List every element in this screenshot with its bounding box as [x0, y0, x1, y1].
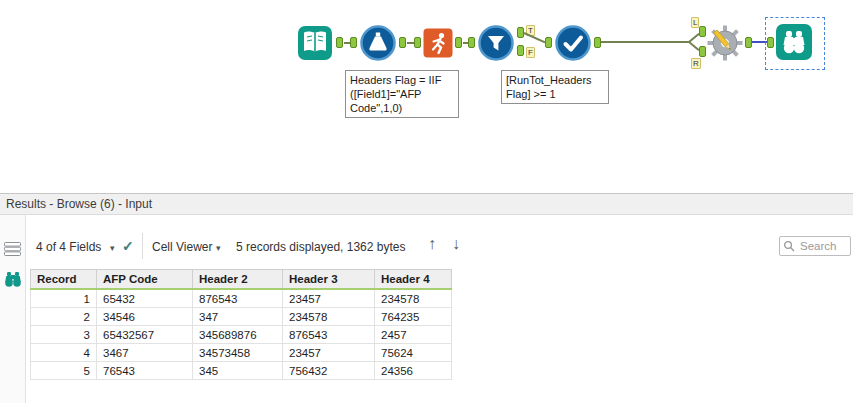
cell-record[interactable]: 2: [31, 308, 97, 326]
results-left-strip: [0, 215, 26, 403]
cell-record[interactable]: 1: [31, 289, 97, 308]
false-output-anchor[interactable]: [517, 45, 524, 56]
macro-tool[interactable]: [707, 25, 743, 65]
cell[interactable]: 2457: [375, 326, 452, 344]
cell[interactable]: 76543: [97, 362, 193, 380]
results-panel-title[interactable]: Results - Browse (6) - Input: [0, 193, 853, 215]
cell[interactable]: 24356: [375, 362, 452, 380]
filter-annotation[interactable]: [RunTot_Headers Flag] >= 1: [501, 70, 609, 104]
connection-wire[interactable]: [688, 41, 699, 51]
input-data-tool[interactable]: [297, 25, 333, 65]
cell[interactable]: 23457: [283, 289, 375, 308]
output-anchor[interactable]: [399, 37, 406, 48]
dropdown-caret-icon[interactable]: ▾: [110, 243, 115, 253]
browse-binoculars-icon: [775, 23, 813, 61]
formula-tool[interactable]: [359, 24, 397, 66]
cell-record[interactable]: 5: [31, 362, 97, 380]
output-anchor[interactable]: [745, 37, 752, 48]
input-anchor[interactable]: [350, 37, 357, 48]
left-input-anchor[interactable]: [699, 26, 706, 37]
toolbar-separator: [142, 233, 143, 259]
dropdown-caret-icon[interactable]: ▾: [216, 243, 221, 253]
running-total-icon: [423, 28, 453, 58]
table-row: 2 34546 347 234578 764235: [31, 308, 452, 326]
cell[interactable]: 234578: [375, 289, 452, 308]
table-row: 5 76543 345 756432 24356: [31, 362, 452, 380]
cell[interactable]: 75624: [375, 344, 452, 362]
column-header-2[interactable]: Header 2: [193, 270, 283, 290]
table-row: 4 3467 34573458 23457 75624: [31, 344, 452, 362]
grid-view-icon[interactable]: [4, 242, 22, 260]
scroll-up-arrow-icon[interactable]: ↑: [428, 235, 436, 253]
input-data-icon: [297, 25, 333, 61]
output-anchor[interactable]: [336, 37, 343, 48]
cell[interactable]: 876543: [193, 289, 283, 308]
input-anchor[interactable]: [767, 37, 774, 48]
connection-wire[interactable]: [601, 41, 690, 43]
results-table: Record AFP Code Header 2 Header 3 Header…: [30, 269, 452, 380]
browse-view-binoculars-icon[interactable]: [3, 270, 23, 292]
select-icon: [554, 24, 592, 62]
input-anchor[interactable]: [468, 37, 475, 48]
cell[interactable]: 34573458: [193, 344, 283, 362]
connection-wire[interactable]: [407, 42, 414, 44]
filter-icon: [477, 24, 515, 62]
cell-record[interactable]: 4: [31, 344, 97, 362]
cell[interactable]: 23457: [283, 344, 375, 362]
anchor-label-false: F: [526, 47, 535, 58]
records-info: 5 records displayed, 1362 bytes: [236, 240, 405, 254]
table-row: 3 65432567 345689876 876543 2457: [31, 326, 452, 344]
cell[interactable]: 65432567: [97, 326, 193, 344]
formula-annotation[interactable]: Headers Flag = IIF ([Field1]="AFP Code",…: [345, 70, 459, 118]
macro-gear-icon: [707, 25, 743, 61]
cell[interactable]: 65432: [97, 289, 193, 308]
output-anchor[interactable]: [455, 37, 462, 48]
formula-icon: [359, 24, 397, 62]
right-input-anchor[interactable]: [699, 46, 706, 57]
table-row: 1 65432 876543 23457 234578: [31, 289, 452, 308]
fields-dropdown[interactable]: 4 of 4 Fields: [36, 240, 101, 254]
cell[interactable]: 764235: [375, 308, 452, 326]
browse-tool[interactable]: [775, 23, 813, 65]
column-header-afp-code[interactable]: AFP Code: [97, 270, 193, 290]
running-total-tool[interactable]: [423, 28, 453, 62]
column-header-3[interactable]: Header 3: [283, 270, 375, 290]
input-anchor[interactable]: [545, 37, 552, 48]
cell[interactable]: 345689876: [193, 326, 283, 344]
alteryx-window: T F L R: [0, 0, 853, 403]
cell-viewer-dropdown[interactable]: Cell Viewer: [152, 240, 212, 254]
search-input[interactable]: [798, 239, 850, 253]
scroll-down-arrow-icon[interactable]: ↓: [452, 235, 460, 253]
cell[interactable]: 347: [193, 308, 283, 326]
search-box[interactable]: [779, 236, 851, 256]
search-icon: [783, 240, 795, 252]
column-header-record[interactable]: Record: [31, 270, 97, 290]
cell[interactable]: 234578: [283, 308, 375, 326]
table-header-row: Record AFP Code Header 2 Header 3 Header…: [31, 270, 452, 290]
cell[interactable]: 345: [193, 362, 283, 380]
workflow-canvas[interactable]: T F L R: [0, 0, 853, 193]
apply-check-icon[interactable]: ✓: [122, 238, 134, 254]
input-anchor[interactable]: [414, 37, 421, 48]
cell[interactable]: 756432: [283, 362, 375, 380]
cell-record[interactable]: 3: [31, 326, 97, 344]
output-anchor[interactable]: [594, 37, 601, 48]
cell[interactable]: 34546: [97, 308, 193, 326]
select-tool[interactable]: [554, 24, 592, 66]
cell[interactable]: 3467: [97, 344, 193, 362]
filter-tool[interactable]: [477, 24, 515, 66]
cell[interactable]: 876543: [283, 326, 375, 344]
anchor-label-right: R: [691, 58, 701, 69]
column-header-4[interactable]: Header 4: [375, 270, 452, 290]
